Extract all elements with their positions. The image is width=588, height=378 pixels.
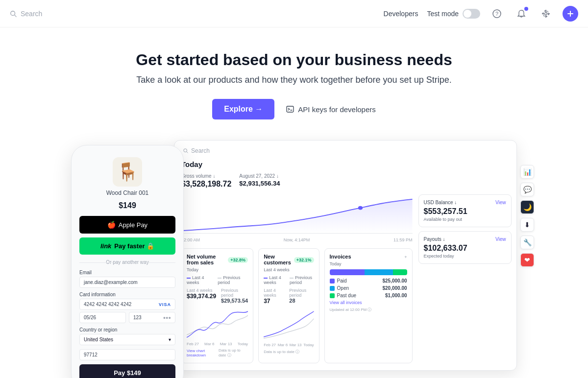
payouts-sub: Expected today (424, 254, 506, 259)
payouts-view[interactable]: View (495, 236, 506, 242)
new-customers-chart-labels: Feb 27 Mar 6 Mar 13 Today (264, 343, 314, 347)
help-button[interactable]: ? (489, 6, 505, 22)
icon-download[interactable]: ⬇ (520, 218, 534, 232)
gross-volume-value: $3,528,198.72 (181, 180, 231, 189)
net-volume-data-note: Data is up to date ⓘ (219, 348, 248, 358)
country-label: Country or region (79, 327, 175, 332)
icon-heart[interactable]: ❤ (520, 253, 534, 267)
gross-volume-metric: Gross volume ↓ $3,528,198.72 (181, 173, 231, 189)
usd-balance-label: USD Balance ↓ (424, 200, 457, 205)
test-mode-toggle[interactable] (463, 9, 480, 19)
right-icons-bar: 📊 💬 🌙 ⬇ 🔧 ❤ (520, 165, 534, 267)
main-chart-svg (181, 194, 413, 233)
usd-balance-sub: Available to pay out (424, 217, 506, 222)
search-bar[interactable]: Search (10, 10, 42, 18)
invoices-add-icon[interactable]: + (404, 255, 407, 260)
explore-button[interactable]: Explore → (212, 99, 274, 119)
net-volume-footer[interactable]: View chart breakdown (187, 349, 219, 357)
new-customers-title: New customers (264, 254, 291, 265)
cvv-toggle: ●●● (163, 315, 171, 320)
invoices-subtitle: Today (330, 261, 407, 266)
apple-icon: 🍎 (107, 221, 116, 229)
dash-search-icon (183, 148, 188, 153)
net-volume-mini-chart (187, 306, 248, 340)
dash-search[interactable]: Search (181, 147, 510, 154)
new-customers-mini-chart (264, 307, 314, 341)
card-number-field[interactable]: 4242 4242 4242 4242 VISA (79, 299, 175, 310)
main-chart (181, 194, 413, 234)
zip-input[interactable]: 97712 (79, 349, 175, 360)
hero-section: Get started based on your business needs… (0, 27, 588, 135)
phone-mockup: 🪑 Wood Chair 001 $149 🍎 Apple Pay link P… (71, 145, 184, 378)
bell-icon (517, 9, 526, 18)
gross-volume-label: Gross volume ↓ (181, 173, 231, 179)
inv-open-dot (330, 286, 335, 291)
pay-button[interactable]: Pay $149 (79, 364, 175, 378)
svg-text:?: ? (495, 11, 498, 17)
payouts-label: Payouts ↓ (424, 236, 445, 242)
net-volume-title: Net volume from sales (187, 254, 225, 265)
demo-section: 🪑 Wood Chair 001 $149 🍎 Apple Pay link P… (0, 135, 588, 378)
invoices-bar (330, 269, 407, 275)
developers-link[interactable]: Developers (384, 10, 418, 18)
today-label: Today (181, 160, 510, 168)
country-select[interactable]: United States ▾ (79, 334, 175, 345)
new-customers-subtitle: Last 4 weeks (264, 267, 314, 272)
new-customers-footer-row: Data is up to date ⓘ (264, 347, 314, 354)
dash-search-placeholder: Search (191, 147, 210, 154)
inv-due-row: Past due $1,000.00 (330, 293, 407, 298)
svg-point-4 (545, 12, 547, 15)
main-chart-section: 12:00 AM Now, 4:14PM 11:59 PM Net volume… (181, 194, 510, 363)
net-volume-legend: Last 4 weeks Previous period (187, 275, 248, 285)
settings-button[interactable] (538, 6, 554, 22)
notification-dot (524, 7, 528, 11)
inv-due-dot (330, 293, 335, 298)
new-customers-legend: Last 4 weeks Previous period (264, 275, 314, 285)
divider-text: Or pay another way (79, 260, 175, 265)
search-placeholder: Search (21, 10, 42, 18)
metrics-row: Gross volume ↓ $3,528,198.72 August 27, … (181, 173, 510, 189)
svg-point-12 (358, 206, 363, 210)
icon-wrench[interactable]: 🔧 (520, 236, 534, 249)
apple-pay-button[interactable]: 🍎 Apple Pay (79, 216, 175, 234)
svg-line-11 (187, 152, 188, 153)
terminal-icon (286, 105, 294, 113)
new-customers-badge: +32.1% (294, 257, 314, 263)
invoices-card: Invoices + Today Paid (324, 248, 413, 363)
date-value: $2,931,556.34 (239, 180, 280, 187)
inv-paid-dot (330, 279, 335, 284)
help-icon: ? (492, 9, 501, 18)
card-cvv-input[interactable]: 123 ●●● (129, 312, 175, 323)
link-pay-button[interactable]: link Pay faster 🔒 (79, 237, 175, 255)
net-volume-values: Last 4 weeks $39,374.29 Previous period … (187, 288, 248, 304)
email-input[interactable]: jane.diaz@example.com (79, 277, 175, 288)
net-volume-chart-labels: Feb 27 Mar 6 Mar 13 Today (187, 342, 248, 346)
main-chart-area: 12:00 AM Now, 4:14PM 11:59 PM Net volume… (181, 194, 413, 363)
usd-balance-view[interactable]: View (495, 200, 506, 205)
icon-chart[interactable]: 📊 (520, 165, 534, 179)
topbar: Search Developers Test mode ? (0, 0, 588, 27)
chevron-down-icon: ▾ (169, 337, 171, 342)
icon-chat[interactable]: 💬 (520, 183, 534, 196)
payouts-card: Payouts ↓ View $102,633.07 Expected toda… (418, 231, 512, 264)
icon-moon[interactable]: 🌙 (520, 200, 534, 214)
balance-cards: USD Balance ↓ View $553,257.51 Available… (418, 194, 512, 363)
chair-icon: 🪑 (113, 157, 142, 187)
gear-icon (541, 9, 550, 18)
invoices-view-all[interactable]: View all invoices (330, 300, 407, 305)
new-customers-data-note: Data is up to date ⓘ (264, 349, 299, 354)
chart-time-labels: 12:00 AM Now, 4:14PM 11:59 PM (181, 237, 413, 242)
test-mode-toggle-container: Test mode (427, 9, 480, 19)
notification-button[interactable] (514, 6, 529, 22)
card-info-label: Card information (79, 292, 175, 297)
api-keys-link[interactable]: API keys for developers (286, 105, 375, 114)
usd-balance-amount: $553,257.51 (424, 207, 506, 216)
usd-balance-card: USD Balance ↓ View $553,257.51 Available… (418, 194, 512, 227)
svg-rect-8 (287, 106, 294, 112)
email-label: Email (79, 270, 175, 275)
new-customers-card: New customers +32.1% Last 4 weeks Last 4… (258, 248, 319, 363)
card-expiry-input[interactable]: 05/26 (79, 312, 126, 323)
add-button[interactable] (563, 6, 578, 22)
hero-subtitle: Take a look at our products and how they… (10, 75, 578, 85)
new-customers-values: Last 4 weeks 37 Previous period 28 (264, 288, 314, 305)
